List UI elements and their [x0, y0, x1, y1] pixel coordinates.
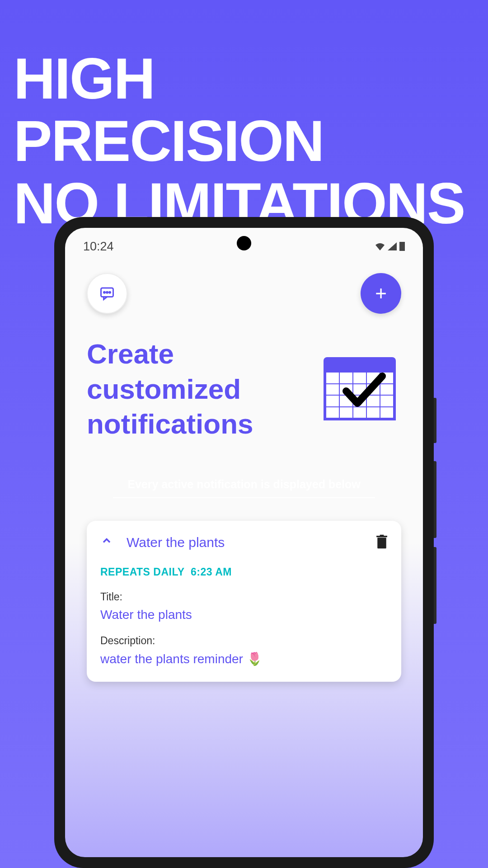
- svg-rect-0: [399, 242, 405, 251]
- notification-card[interactable]: Water the plants REPEATS DAILY 6:23 AM T…: [87, 521, 401, 682]
- description-value: water the plants reminder 🌷: [100, 651, 388, 666]
- svg-point-4: [109, 292, 111, 293]
- chevron-up-icon[interactable]: [100, 534, 113, 550]
- hero-text: Create customized notifications: [87, 336, 253, 442]
- subtitle: Every active notification is displayed b…: [65, 469, 423, 497]
- title-label: Title:: [100, 591, 388, 603]
- hero-section: Create customized notifications: [65, 332, 423, 469]
- wifi-icon: [375, 242, 385, 250]
- card-title: Water the plants: [127, 535, 362, 550]
- app-header: +: [65, 255, 423, 332]
- repeat-info: REPEATS DAILY 6:23 AM: [100, 566, 388, 578]
- subtitle-divider: [113, 497, 375, 498]
- add-button[interactable]: +: [361, 273, 401, 314]
- plus-icon: +: [375, 282, 387, 305]
- trash-icon: [376, 534, 388, 549]
- phone-screen: 10:24 +: [65, 228, 423, 857]
- signal-icon: [388, 242, 397, 250]
- phone-volume-down: [434, 547, 436, 624]
- feedback-button[interactable]: [87, 273, 127, 314]
- phone-frame: 10:24 +: [54, 217, 434, 868]
- calendar-check-icon: [324, 357, 396, 420]
- phone-volume-up: [434, 461, 436, 538]
- battery-icon: [399, 242, 405, 251]
- svg-rect-5: [377, 538, 386, 548]
- phone-side-button: [434, 398, 436, 443]
- svg-point-3: [107, 292, 108, 293]
- svg-point-2: [104, 292, 105, 293]
- title-value: Water the plants: [100, 608, 388, 622]
- svg-rect-7: [380, 534, 384, 536]
- chat-icon: [99, 285, 115, 302]
- promo-headline: HIGH PRECISION NO LIMITATIONS: [0, 0, 488, 235]
- status-time: 10:24: [83, 240, 114, 254]
- delete-button[interactable]: [376, 534, 388, 551]
- description-label: Description:: [100, 635, 388, 647]
- camera-icon: [237, 236, 251, 250]
